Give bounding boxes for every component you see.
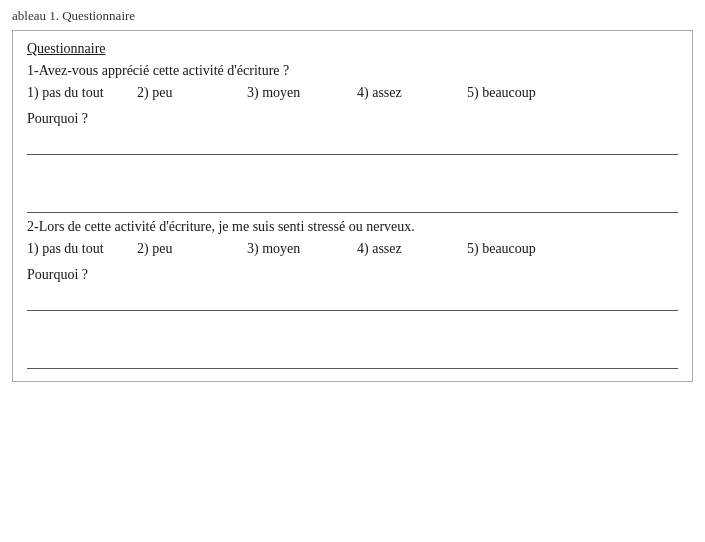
option-2-3: 3) moyen [247, 241, 357, 257]
option-1-4: 4) assez [357, 85, 467, 101]
option-1-1: 1) pas du tout [27, 85, 137, 101]
option-2-2: 2) peu [137, 241, 247, 257]
spacer-line-1 [27, 161, 678, 191]
option-2-1: 1) pas du tout [27, 241, 137, 257]
question-1-text: 1-Avez-vous apprécié cette activité d'éc… [27, 63, 678, 79]
option-2-4: 4) assez [357, 241, 467, 257]
questionnaire-box: Questionnaire 1-Avez-vous apprécié cette… [12, 30, 693, 382]
option-1-2: 2) peu [137, 85, 247, 101]
question-2-text: 2-Lors de cette activité d'écriture, je … [27, 219, 678, 235]
pourquoi-1-label: Pourquoi ? [27, 111, 678, 127]
page-title: ableau 1. Questionnaire [12, 8, 693, 24]
answer-line-2b [27, 347, 678, 369]
spacer-2 [27, 317, 678, 347]
pourquoi-2-label: Pourquoi ? [27, 267, 678, 283]
option-1-3: 3) moyen [247, 85, 357, 101]
question-1-options: 1) pas du tout 2) peu 3) moyen 4) assez … [27, 85, 678, 101]
section-title: Questionnaire [27, 41, 678, 57]
question-block-2: 2-Lors de cette activité d'écriture, je … [27, 219, 678, 369]
answer-line-1a [27, 133, 678, 155]
question-block-1: 1-Avez-vous apprécié cette activité d'éc… [27, 63, 678, 213]
answer-line-1b [27, 191, 678, 213]
option-2-5: 5) beaucoup [467, 241, 577, 257]
option-1-5: 5) beaucoup [467, 85, 577, 101]
question-2-options: 1) pas du tout 2) peu 3) moyen 4) assez … [27, 241, 678, 257]
answer-line-2a [27, 289, 678, 311]
